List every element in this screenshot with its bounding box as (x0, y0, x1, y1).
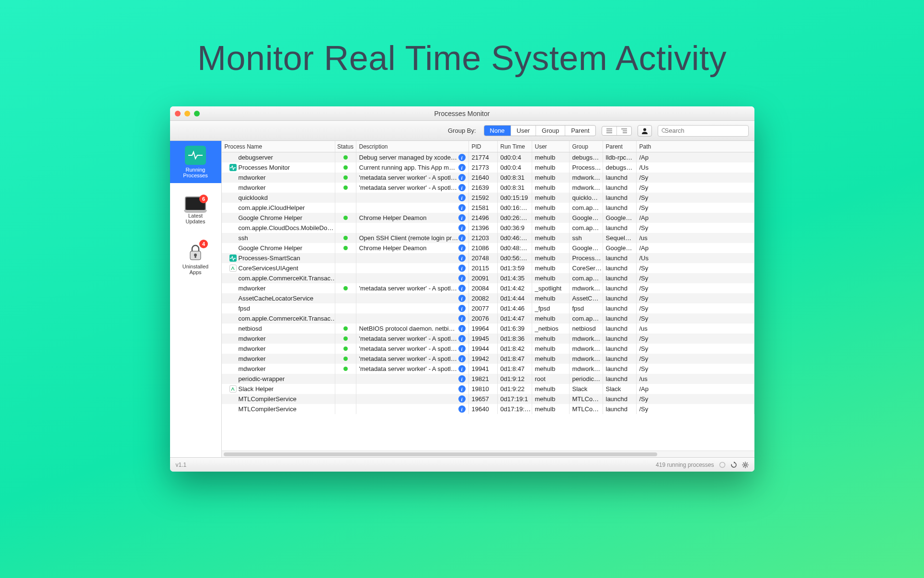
info-icon[interactable]: i (458, 254, 466, 262)
table-row[interactable]: Processes MonitorCurrent running app. Th… (222, 162, 754, 173)
info-icon[interactable]: i (458, 385, 466, 393)
settings-button[interactable] (742, 462, 749, 468)
minimize-button[interactable] (184, 111, 190, 116)
table-row[interactable]: Slack Helperi198100d1:9:22mehulbSlackSla… (222, 384, 754, 394)
col-path[interactable]: Path (637, 141, 754, 152)
table-row[interactable]: netbiosdNetBIOS protocol daemon. netbio…… (222, 324, 754, 334)
info-icon[interactable]: i (458, 395, 466, 403)
table-row[interactable]: debugserverDebug server managed by xcode… (222, 152, 754, 162)
group-by-none[interactable]: None (484, 126, 511, 136)
table-row[interactable]: mdworker'metadata server worker' - A spo… (222, 364, 754, 374)
horizontal-scrollbar[interactable] (222, 451, 754, 457)
cell-status (335, 313, 356, 324)
table-row[interactable]: MTLCompilerServicei196400d17:19:…mehulbM… (222, 404, 754, 414)
cell-pid: 19941 (469, 364, 498, 374)
info-icon[interactable]: i (458, 244, 466, 252)
table-row[interactable]: com.apple.CommerceKit.Transac…i200760d1:… (222, 313, 754, 324)
table-row[interactable]: mdworker'metadata server worker' - A spo… (222, 334, 754, 344)
table-row[interactable]: quicklookdi215920d0:15:19mehulbquicklo…l… (222, 193, 754, 203)
cell-pid: 20082 (469, 293, 498, 303)
table-row[interactable]: com.apple.CommerceKit.Transac…i200910d1:… (222, 273, 754, 283)
cell-user: mehulb (532, 193, 570, 203)
table-row[interactable]: MTLCompilerServicei196570d17:19:1mehulbM… (222, 394, 754, 404)
info-icon[interactable]: i (458, 234, 466, 242)
info-icon[interactable]: i (458, 275, 466, 282)
cell-pid: 19640 (469, 404, 498, 414)
zoom-button[interactable] (194, 111, 200, 116)
user-filter-button[interactable] (638, 125, 652, 137)
group-by-parent[interactable]: Parent (565, 126, 595, 136)
svg-point-12 (719, 462, 725, 467)
info-icon[interactable]: i (458, 305, 466, 312)
cell-user: mehulb (532, 384, 570, 394)
table-row[interactable]: sshOpen SSH Client (remote login pr…i212… (222, 233, 754, 243)
table-row[interactable]: CoreServicesUIAgenti201150d1:3:59mehulbC… (222, 263, 754, 273)
table-row[interactable]: AssetCacheLocatorServicei200820d1:4:44me… (222, 293, 754, 303)
col-description[interactable]: Description (356, 141, 469, 152)
table-row[interactable]: mdworker'metadata server worker' - A spo… (222, 183, 754, 193)
traffic-lights (175, 111, 200, 116)
info-icon[interactable]: i (458, 355, 466, 362)
info-icon[interactable]: i (458, 325, 466, 332)
cell-status (335, 394, 356, 404)
info-icon[interactable]: i (458, 174, 466, 181)
col-runtime[interactable]: Run Time (498, 141, 532, 152)
close-button[interactable] (175, 111, 181, 116)
col-status[interactable]: Status (335, 141, 356, 152)
table-row[interactable]: com.apple.iCloudHelperi215810d0:16:…mehu… (222, 203, 754, 213)
scrollbar-thumb[interactable] (224, 452, 657, 456)
table-row[interactable]: mdworker'metadata server worker' - A spo… (222, 283, 754, 293)
info-icon[interactable]: i (458, 375, 466, 382)
col-process-name[interactable]: Process Name (222, 141, 335, 152)
cell-path: /us (637, 374, 754, 384)
table-row[interactable]: fpsdi200770d1:4:46_fpsdfpsdlaunchd/Sy (222, 303, 754, 313)
table-row[interactable]: mdworker'metadata server worker' - A spo… (222, 173, 754, 183)
info-icon[interactable]: i (458, 224, 466, 231)
cell-runtime: 0d0:48:… (498, 243, 532, 253)
cell-pid: 19964 (469, 324, 498, 334)
info-icon[interactable]: i (458, 164, 466, 171)
info-icon[interactable]: i (458, 204, 466, 211)
activity-indicator-icon (719, 462, 726, 468)
info-icon[interactable]: i (458, 154, 466, 161)
refresh-button[interactable] (730, 462, 737, 468)
search-input[interactable] (665, 127, 745, 134)
cell-status (335, 324, 356, 334)
info-icon[interactable]: i (458, 184, 466, 191)
cell-runtime: 0d17:19:… (498, 404, 532, 414)
col-parent[interactable]: Parent (603, 141, 637, 152)
group-by-user[interactable]: User (511, 126, 536, 136)
sidebar-item-label: UninstalledApps (183, 264, 208, 275)
hero-title: Monitor Real Time System Activity (0, 0, 924, 78)
col-user[interactable]: User (532, 141, 570, 152)
table-body[interactable]: debugserverDebug server managed by xcode… (222, 152, 754, 451)
table-row[interactable]: Google Chrome HelperChrome Helper Deamon… (222, 243, 754, 253)
info-icon[interactable]: i (458, 295, 466, 302)
col-group[interactable]: Group (570, 141, 603, 152)
sidebar-item-latest-updates[interactable]: 6 LatestUpdates (170, 192, 221, 229)
table-row[interactable]: Google Chrome HelperChrome Helper Deamon… (222, 213, 754, 223)
cell-user: mehulb (532, 293, 570, 303)
info-icon[interactable]: i (458, 265, 466, 272)
info-icon[interactable]: i (458, 405, 466, 413)
info-icon[interactable]: i (458, 315, 466, 322)
table-row[interactable]: periodic-wrapperi198210d1:9:12rootperiod… (222, 374, 754, 384)
table-row[interactable]: mdworker'metadata server worker' - A spo… (222, 354, 754, 364)
group-by-group[interactable]: Group (536, 126, 565, 136)
sidebar-item-running-processes[interactable]: RunningProcesses (170, 141, 221, 183)
info-icon[interactable]: i (458, 214, 466, 221)
info-icon[interactable]: i (458, 285, 466, 292)
cell-group: com.ap… (570, 203, 603, 213)
table-row[interactable]: mdworker'metadata server worker' - A spo… (222, 344, 754, 354)
info-icon[interactable]: i (458, 194, 466, 201)
table-row[interactable]: com.apple.CloudDocs.MobileDo…i213960d0:3… (222, 223, 754, 233)
info-icon[interactable]: i (458, 345, 466, 352)
col-pid[interactable]: PID (469, 141, 498, 152)
search-field[interactable] (658, 125, 749, 137)
info-icon[interactable]: i (458, 335, 466, 342)
table-row[interactable]: Processes-SmartScani207480d0:56:…mehulbP… (222, 253, 754, 263)
sidebar-item-uninstalled-apps[interactable]: 4 UninstalledApps (170, 238, 221, 280)
view-outline-icon[interactable] (617, 127, 631, 135)
info-icon[interactable]: i (458, 365, 466, 372)
view-list-icon[interactable] (602, 127, 617, 135)
